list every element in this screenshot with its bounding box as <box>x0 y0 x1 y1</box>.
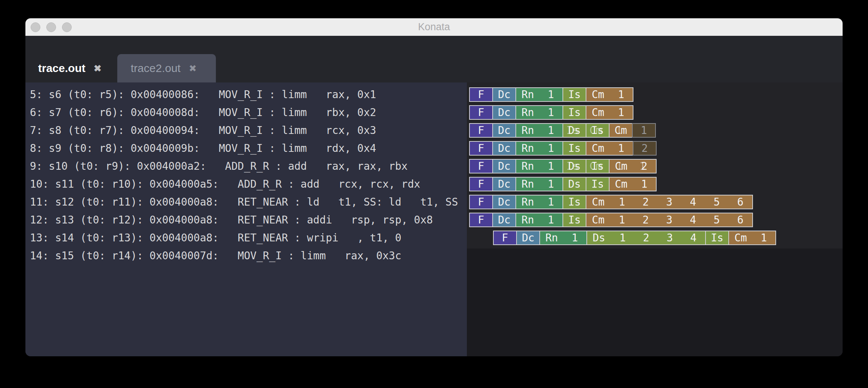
pipeline-stage-span-Rn: Rn1 <box>515 213 563 227</box>
pipeline-cell: Dc <box>493 195 515 209</box>
title-bar[interactable]: Konata <box>25 18 843 36</box>
pipeline-stage-span-Dc: Dc <box>492 159 516 173</box>
pipeline-stage-span-Is: DsIs <box>562 159 586 173</box>
pipeline-cell: IsCm <box>586 160 609 173</box>
pipeline-stage-span-Dc: Dc <box>492 123 516 138</box>
trace-line: 14: s15 (t0: r14): 0x0040007d: MOV_R_I :… <box>30 247 458 265</box>
pipeline-cell: DsIs <box>563 124 586 137</box>
tab-close-icon[interactable]: ✖ <box>189 63 196 74</box>
trace-text-pane[interactable]: 5: s6 (t0: r5): 0x00400086: MOV_R_I : li… <box>25 82 467 356</box>
pipeline-stage-span-Rn: Rn1 <box>515 177 563 191</box>
pipeline-stage-span-Rn: Rn1 <box>515 141 563 156</box>
pipeline-cell: 3 <box>657 195 681 209</box>
pipeline-cell: Is <box>706 231 728 244</box>
pipeline-cell-ghost-label: 1 <box>608 124 630 137</box>
pipeline-stage-span-F: F <box>469 195 493 209</box>
pipeline-cell: 4 <box>682 231 705 244</box>
pipeline-stage-span-Cm: Cm1 <box>609 177 657 191</box>
pipeline-stage-span-Is: IsCm <box>586 123 610 138</box>
pipeline-cell: F <box>470 124 492 137</box>
pipeline-cell: 2 <box>633 142 656 155</box>
tab-trace-out[interactable]: trace.out ✖ <box>25 54 117 82</box>
pipeline-stage-span-Rn: Rn1 <box>539 231 587 245</box>
pipeline-row: FDcRn1IsCm123456 <box>469 195 753 209</box>
pipeline-stage-span-Dc: Dc <box>492 195 516 209</box>
pipeline-cell: Is <box>586 178 609 191</box>
pipeline-stage-span-faded: 1 <box>632 123 656 138</box>
pipeline-cell: Cm <box>586 213 610 226</box>
pipeline-cell-ghost-label: Is <box>561 124 584 137</box>
pipeline-cell: Dc <box>517 231 539 244</box>
pipeline-cell-ghost-label: Is <box>561 160 584 173</box>
pipeline-cell: 1 <box>610 195 633 209</box>
pipeline-stage-span-Rn: Rn1 <box>515 123 563 138</box>
pipeline-row: FDcRn1IsCm1 <box>469 87 633 102</box>
pipeline-stage-span-F: F <box>469 177 493 191</box>
pipeline-cell: 3 <box>657 213 681 226</box>
pipeline-cell: 1 <box>610 213 633 226</box>
tab-label: trace2.out <box>131 62 180 75</box>
trace-line: 12: s13 (t0: r12): 0x004000a8: RET_NEAR … <box>30 211 458 229</box>
pipeline-cell: 3 <box>658 231 682 244</box>
pipeline-cell: 4 <box>681 213 705 226</box>
pipeline-pane[interactable]: FDcRn1IsCm1FDcRn1IsCm1FDcRn1DsIsIsCmCm11… <box>467 82 843 356</box>
tab-trace2-out[interactable]: trace2.out ✖ <box>117 54 216 82</box>
pipeline-cell: Rn <box>516 88 539 101</box>
minimize-window-button[interactable] <box>46 22 56 32</box>
pipeline-stage-span-Is: Is <box>562 141 586 156</box>
pipeline-cell-ghost-label: 1 <box>608 160 631 173</box>
pipeline-stage-span-F: F <box>469 87 493 102</box>
pipeline-stage-span-Is: DsIs <box>562 123 586 138</box>
pipeline-cell: 1 <box>610 88 633 101</box>
trace-line: 7: s8 (t0: r7): 0x00400094: MOV_R_I : li… <box>30 122 458 140</box>
pipeline-row: FDcRn1IsCm12 <box>469 141 657 156</box>
pipeline-stage-span-Is: Is <box>562 87 586 102</box>
pipeline-stage-span-Is: IsCm <box>586 159 610 173</box>
pipeline-stage-span-F: F <box>469 123 493 138</box>
pipeline-cell: Dc <box>493 160 515 173</box>
pipeline-cell: Is <box>563 142 586 155</box>
pipeline-cell: Dc <box>493 106 515 119</box>
pipeline-stage-span-Is: Is <box>562 105 586 120</box>
pipeline-cell: Ds <box>587 231 611 244</box>
pipeline-cell: F <box>494 231 516 244</box>
trace-line: 13: s14 (t0: r13): 0x004000a8: RET_NEAR … <box>30 229 458 247</box>
pipeline-cell: Dc <box>493 88 515 101</box>
pipeline-stage-span-Ds: Ds1234 <box>586 231 706 245</box>
pipeline-cell: Rn <box>516 213 539 226</box>
pipeline-cell: 1 <box>611 231 634 244</box>
pipeline-cell: 1 <box>539 142 562 155</box>
pipeline-cell-ghost-label: Cm <box>585 124 607 137</box>
pipeline-row: FDcRn1DsIsIsCmCm121 <box>469 159 657 173</box>
pipeline-cell: 5 <box>705 213 728 226</box>
pipeline-stage-span-Cm: Cm123456 <box>586 213 753 227</box>
pipeline-cell: Rn <box>516 178 539 191</box>
pipeline-cell: Cm <box>586 142 610 155</box>
pipeline-row: FDcRn1IsCm123456 <box>469 213 753 227</box>
pipeline-stage-span-Cm: Cm1 <box>586 87 633 102</box>
tab-close-icon[interactable]: ✖ <box>94 63 102 74</box>
pipeline-stage-span-faded: 2 <box>633 141 657 156</box>
pipeline-cell: F <box>470 142 492 155</box>
pipeline-cell: Cm1 <box>610 160 633 173</box>
trace-lines: 5: s6 (t0: r5): 0x00400086: MOV_R_I : li… <box>30 86 458 265</box>
zoom-window-button[interactable] <box>62 22 72 32</box>
pipeline-cell: 1 <box>539 213 562 226</box>
pipeline-row: FDcRn1IsCm1 <box>469 105 633 120</box>
pipeline-cell: 6 <box>729 195 752 209</box>
pipeline-stage-span-Cm: Cm1 <box>586 105 633 120</box>
pipeline-cell: 1 <box>633 178 656 191</box>
pipeline-cell: 1 <box>752 231 775 244</box>
pipeline-stage-span-Cm: Cm1 <box>586 141 633 156</box>
pipeline-cell: 2 <box>634 213 657 226</box>
pipeline-stage-span-Cm: Cm123456 <box>586 195 753 209</box>
pipeline-cell: Rn <box>516 160 539 173</box>
tab-label: trace.out <box>38 62 86 75</box>
close-window-button[interactable] <box>31 22 40 32</box>
tab-bar: trace.out ✖ trace2.out ✖ <box>25 36 843 82</box>
pipeline-cell: 2 <box>634 231 658 244</box>
pipeline-stage-span-Rn: Rn1 <box>515 105 563 120</box>
trace-line: 10: s11 (t0: r10): 0x004000a5: ADD_R_R :… <box>30 175 458 193</box>
pipeline-row: FDcRn1Ds1234IsCm1 <box>493 231 776 245</box>
pipeline-cell: Is <box>563 195 586 209</box>
